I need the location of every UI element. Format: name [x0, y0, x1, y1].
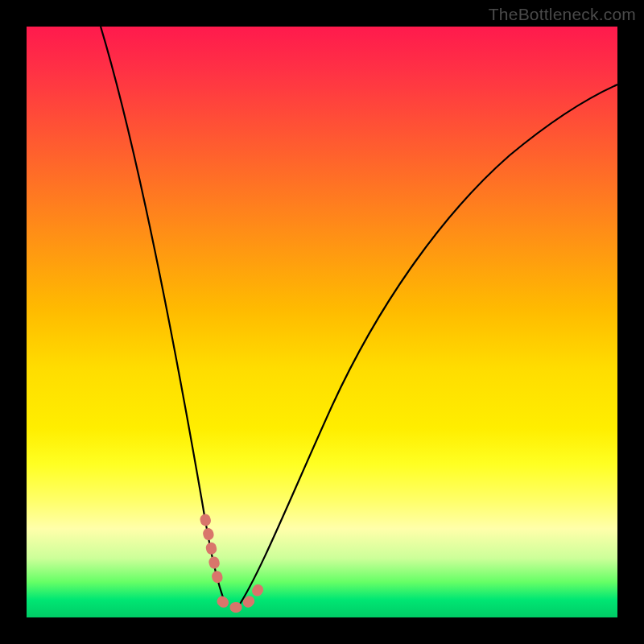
chart-plot-area [27, 27, 617, 617]
watermark-text: TheBottleneck.com [489, 5, 636, 24]
highlight-left-dots [205, 519, 220, 588]
highlight-bottom-dots [222, 580, 263, 607]
chart-svg [27, 27, 617, 617]
curve-right [237, 85, 617, 608]
